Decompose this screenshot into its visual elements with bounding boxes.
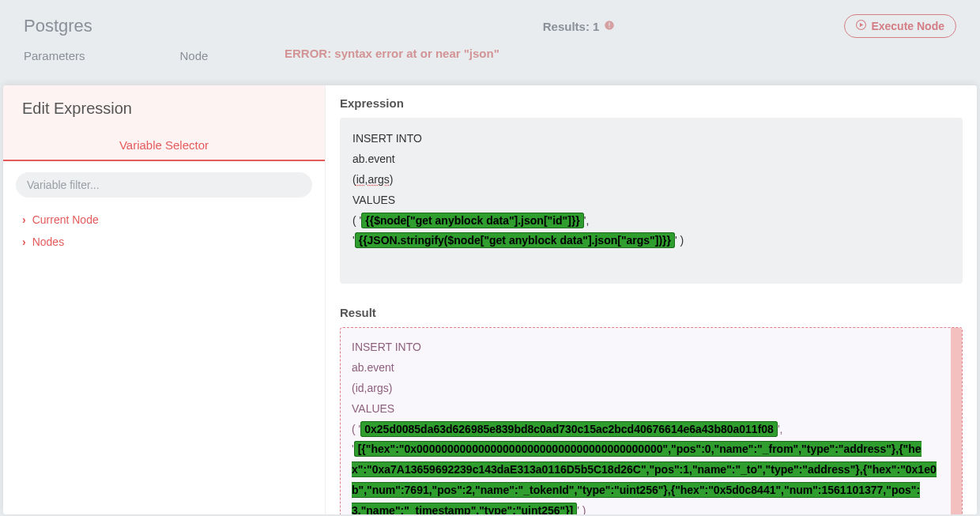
error-message: ERROR: syntax error at or near "json" [285, 47, 964, 60]
modal-title: Edit Expression [3, 85, 325, 130]
expr-line: ab.event [352, 149, 950, 170]
svg-rect-1 [609, 22, 610, 25]
tab-parameters[interactable]: Parameters [24, 49, 85, 62]
variable-filter-input[interactable] [16, 172, 312, 198]
tree-item-nodes[interactable]: › Nodes [19, 231, 309, 253]
expr-line: VALUES [352, 190, 950, 211]
expression-chip[interactable]: {{$node["get anyblock data"].json["id"]}… [361, 213, 584, 228]
result-line: VALUES [352, 399, 951, 420]
results-count: Results: 1 [543, 20, 616, 33]
expression-editor[interactable]: INSERT INTO ab.event (id,args) VALUES ( … [340, 118, 963, 284]
result-label: Result [340, 306, 963, 319]
play-icon [856, 20, 866, 32]
result-chip: 0x25d0085da63d626985e839bd8c0ad730c15ac2… [360, 421, 778, 437]
result-line: INSERT INTO [352, 337, 951, 358]
tree-item-current-node[interactable]: › Current Node [19, 209, 309, 231]
variable-selector-tab[interactable]: Variable Selector [3, 130, 325, 161]
result-line: ab.event [352, 358, 951, 379]
svg-rect-2 [609, 26, 610, 27]
alert-icon [604, 20, 615, 33]
edit-expression-modal: Edit Expression Variable Selector › Curr… [3, 85, 977, 514]
tab-node[interactable]: Node [180, 49, 209, 62]
execute-node-button[interactable]: Execute Node [844, 14, 956, 38]
scrollbar[interactable] [951, 328, 962, 514]
expression-label: Expression [340, 96, 963, 110]
expr-line: '{{JSON.stringify($node["get anyblock da… [352, 231, 950, 251]
node-title: Postgres [24, 16, 92, 36]
expression-chip[interactable]: {{JSON.stringify($node["get anyblock dat… [355, 232, 675, 248]
expr-line: ( '{{$node["get anyblock data"].json["id… [352, 211, 950, 232]
result-line: '[{"hex":"0x0000000000000000000000000000… [352, 439, 951, 514]
result-output: INSERT INTO ab.event (id,args) VALUES ( … [340, 327, 963, 514]
variable-tree: › Current Node › Nodes [3, 205, 325, 256]
expr-line: (id,args) [352, 170, 950, 190]
result-line: (id,args) [352, 379, 951, 399]
left-panel: Edit Expression Variable Selector › Curr… [3, 85, 326, 514]
expr-line: INSERT INTO [352, 129, 950, 149]
chevron-right-icon: › [22, 236, 26, 247]
result-chip: [{"hex":"0x00000000000000000000000000000… [352, 441, 937, 514]
result-line: ( '0x25d0085da63d626985e839bd8c0ad730c15… [352, 420, 951, 440]
right-panel: Expression INSERT INTO ab.event (id,args… [326, 85, 977, 514]
chevron-right-icon: › [22, 214, 26, 225]
